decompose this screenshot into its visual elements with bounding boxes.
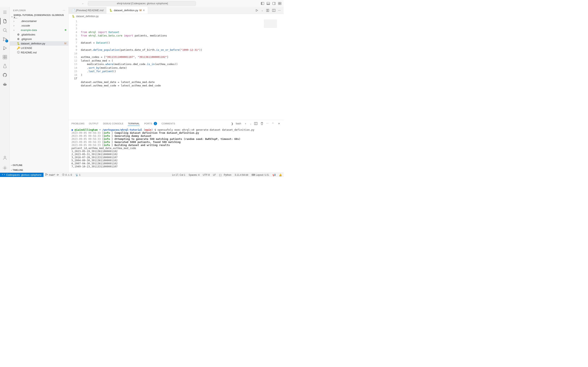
activity-scm[interactable]: 7	[0, 35, 10, 44]
sidebar-more-icon[interactable]: ⋯	[63, 9, 65, 12]
file-tree: ›.devcontainer›.vscode›example-data⚙.git…	[10, 19, 68, 163]
close-panel-icon[interactable]: ✕	[277, 122, 281, 125]
tab-actions: ⌄ ⋯	[255, 7, 284, 14]
tree-item-example-data[interactable]: ›example-data	[10, 28, 68, 32]
status-problems[interactable]: ⓧ 0 ⚠ 0	[61, 173, 73, 176]
file-icon: ⚙	[17, 38, 20, 41]
svg-point-20	[3, 40, 4, 41]
file-name: dataset_definition.py	[21, 42, 63, 45]
code-content[interactable]: from ehrql import Datasetfrom ehrql.tabl…	[80, 19, 284, 120]
terminal-output[interactable]: ● @iaindillingham ➜ /workspaces/ehrql-tu…	[69, 127, 284, 173]
breadcrumb[interactable]: 🐍 dataset_definition.py	[69, 14, 284, 19]
status-feedback-icon[interactable]: 📢	[271, 174, 277, 176]
tree-item--devcontainer[interactable]: ›.devcontainer	[10, 19, 68, 23]
activity-github[interactable]	[0, 71, 10, 80]
nav-back-icon[interactable]: ←	[82, 2, 84, 5]
split-editor-icon[interactable]	[272, 8, 276, 12]
panel-tab-comments[interactable]: COMMENTS	[162, 122, 175, 125]
command-center[interactable]: ehrql-tutorial [Codespaces: glorious xyl…	[88, 1, 196, 6]
tree-item--gitignore[interactable]: ⚙.gitignore	[10, 37, 68, 41]
svg-rect-13	[280, 4, 281, 5]
panel-tab-ports[interactable]: PORTS 1	[144, 121, 157, 126]
tree-item--gitattributes[interactable]: ⚙.gitattributes	[10, 32, 68, 37]
file-name: LICENSE	[21, 47, 68, 50]
activity-menu[interactable]	[0, 8, 10, 17]
status-bell-icon[interactable]: 🔔	[277, 174, 284, 176]
tree-item-license[interactable]: 🔑LICENSE	[10, 46, 68, 50]
activity-bar: 7	[0, 7, 10, 173]
panel-tab-debug[interactable]: DEBUG CONSOLE	[103, 122, 123, 125]
nav-forward-icon[interactable]: →	[87, 2, 89, 5]
customize-layout-icon[interactable]	[278, 2, 282, 5]
file-name: .gitignore	[21, 38, 68, 41]
editor-tab[interactable]: 🐍dataset_definition.pyM✕	[106, 7, 148, 14]
section-label: EHRQL-TUTORIAL [CODESPACES: GLORIOUS X…	[14, 14, 67, 19]
remote-label: Codespaces: glorious xylophone	[6, 174, 42, 176]
minimap[interactable]	[264, 20, 282, 28]
svg-point-19	[3, 38, 4, 39]
layout-right-icon[interactable]	[272, 2, 276, 5]
kill-terminal-icon[interactable]	[260, 122, 264, 125]
tab-modified-badge: M	[139, 9, 142, 12]
chevron-right-icon: ›	[11, 164, 12, 166]
tree-item-dataset-definition-py[interactable]: 🐍dataset_definition.pyM	[10, 41, 68, 46]
activity-search[interactable]	[0, 26, 10, 35]
status-remote[interactable]: Codespaces: glorious xylophone	[0, 173, 43, 177]
status-encoding[interactable]: UTF-8	[201, 174, 211, 176]
status-eol[interactable]: LF	[211, 174, 217, 176]
panel-tab-problems[interactable]: PROBLEMS	[71, 122, 85, 125]
file-icon: ⓘ	[17, 50, 20, 54]
status-spaces[interactable]: Spaces: 4	[187, 174, 201, 176]
error-count: 0	[65, 174, 67, 176]
tree-item--vscode[interactable]: ›.vscode	[10, 23, 68, 28]
diff-icon[interactable]	[266, 8, 269, 12]
terminal-dropdown-icon[interactable]: ⌄	[250, 122, 251, 125]
activity-extensions[interactable]	[0, 53, 10, 62]
tree-item-readme-md[interactable]: ⓘREADME.md	[10, 50, 68, 55]
status-interpreter[interactable]: 3.11.4 64-bit	[233, 174, 250, 176]
tab-more-icon[interactable]: ⋯	[278, 9, 281, 12]
ports-count: 1	[79, 174, 81, 176]
activity-accounts[interactable]	[0, 153, 10, 162]
tab-label: dataset_definition.py	[114, 9, 138, 12]
layout-bottom-icon[interactable]	[267, 2, 270, 5]
run-button[interactable]	[255, 8, 259, 12]
status-language[interactable]: { } Python	[217, 174, 233, 176]
activity-explorer[interactable]	[0, 17, 10, 26]
chevron-down-icon: ⌄	[11, 15, 13, 18]
remote-icon	[2, 173, 5, 176]
status-branch[interactable]: main* ⟳	[43, 173, 61, 176]
panel-tab-output[interactable]: OUTPUT	[89, 122, 99, 125]
sidebar: EXPLORER ⋯ ⌄ EHRQL-TUTORIAL [CODESPACES:…	[10, 7, 69, 173]
panel-tab-terminal[interactable]: TERMINAL	[128, 122, 140, 126]
maximize-panel-icon[interactable]: ⌃	[271, 122, 275, 125]
svg-rect-8	[273, 2, 276, 5]
sync-icon[interactable]: ⟳	[57, 174, 59, 176]
branch-icon	[45, 173, 48, 176]
status-layout[interactable]: ⌨ Layout: U.S.	[250, 174, 271, 176]
layout-left-icon[interactable]	[261, 2, 264, 5]
command-center-label: ehrql-tutorial [Codespaces: glorious xyl…	[117, 2, 168, 5]
new-terminal-icon[interactable]: ＋	[243, 122, 247, 125]
status-ports[interactable]: 📡 1	[74, 174, 82, 176]
activity-run[interactable]	[0, 44, 10, 53]
outline-section[interactable]: › OUTLINE	[10, 163, 68, 167]
status-position[interactable]: Ln 17, Col 1	[171, 174, 187, 176]
activity-docker[interactable]	[0, 80, 10, 89]
activity-settings[interactable]	[0, 164, 10, 173]
editor-tab[interactable]: 📄[Preview] README.md	[69, 7, 106, 14]
run-dropdown-icon[interactable]: ⌄	[261, 9, 263, 12]
status-right: Ln 17, Col 1 Spaces: 4 UTF-8 LF { } Pyth…	[171, 174, 284, 176]
statusbar: Codespaces: glorious xylophone main* ⟳ ⓧ…	[0, 173, 284, 177]
svg-point-23	[3, 49, 4, 50]
ports-badge: 1	[154, 122, 157, 125]
code-editor[interactable]: 1234567891011121314151617 from ehrql imp…	[69, 19, 284, 120]
panel-more-icon[interactable]: ⋯	[266, 122, 268, 125]
split-terminal-icon[interactable]	[254, 122, 258, 125]
timeline-section[interactable]: › TIMELINE	[10, 167, 68, 173]
shell-label[interactable]: bash	[236, 122, 241, 125]
explorer-section-title[interactable]: ⌄ EHRQL-TUTORIAL [CODESPACES: GLORIOUS X…	[10, 14, 68, 19]
tab-close-icon[interactable]: ✕	[143, 9, 145, 12]
svg-point-29	[4, 167, 6, 169]
activity-testing[interactable]	[0, 62, 10, 71]
